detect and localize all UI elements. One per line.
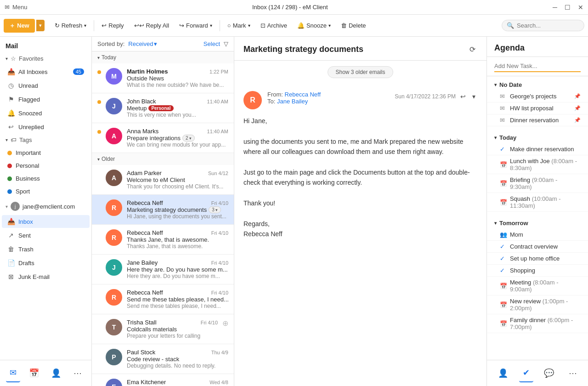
- email-item[interactable]: E Ema Kitchener Wed 4/8 Meeting Thank yo…: [92, 374, 234, 386]
- new-dropdown-button[interactable]: ▾: [36, 20, 45, 31]
- email-item[interactable]: R Rebecca Neff Fri 4/10 Send me these ta…: [92, 284, 234, 314]
- agenda-section-header[interactable]: ▾ Today: [487, 132, 588, 143]
- reply-all-button[interactable]: ↩↩ Reply All: [130, 19, 174, 32]
- archive-button[interactable]: ⊡ Archive: [256, 19, 292, 32]
- email-item[interactable]: P Paul Stock Thu 4/9 Code review - stack…: [92, 344, 234, 374]
- account-email: jane@emclient.com: [23, 203, 75, 210]
- sidebar-item-tag-personal[interactable]: Personal: [2, 159, 90, 172]
- window-controls: ─ ☐ ✕: [553, 4, 583, 11]
- agenda-item[interactable]: ✉ Dinner reservation 📌: [487, 114, 588, 126]
- bottom-nav-mail[interactable]: ✉: [6, 364, 20, 382]
- menu-area[interactable]: ✉ Menu: [5, 4, 28, 11]
- sidebar-item-all-inboxes[interactable]: 📥 All Inboxes 45: [2, 65, 90, 78]
- agenda-section-header[interactable]: ▾ No Date: [487, 79, 588, 91]
- agenda-item-text: Mom: [510, 231, 523, 238]
- filter-icon[interactable]: ▽: [224, 40, 228, 47]
- mark-button[interactable]: ○ Mark ▾: [223, 19, 255, 32]
- email-time: Fri 4/10: [211, 230, 228, 236]
- sidebar-item-unread[interactable]: ◷ Unread: [2, 79, 90, 92]
- agenda-section-header[interactable]: ▾ Tomorrow: [487, 217, 588, 229]
- sidebar-item-unreplied[interactable]: ↩ Unreplied: [2, 120, 90, 133]
- sent-icon: ↗: [7, 232, 15, 239]
- forward-button[interactable]: ↪ Forward ▾: [175, 19, 217, 32]
- agenda-item[interactable]: ✉ George's projects 📌: [487, 91, 588, 102]
- more-options-button[interactable]: ▾: [470, 91, 477, 102]
- sidebar-item-tag-important[interactable]: Important: [2, 147, 90, 159]
- agenda-item[interactable]: ✓ Make dinner reservation: [487, 143, 588, 155]
- email-item[interactable]: T Trisha Stall Fri 4/10 Coldcalls materi…: [92, 314, 234, 344]
- show-older-button[interactable]: Show 3 older emails: [328, 66, 393, 78]
- reply-quick-button[interactable]: ↩: [458, 91, 468, 102]
- email-item[interactable]: J John Black 11:40 AM Meetup Personal Th…: [92, 93, 234, 123]
- from-link[interactable]: Rebecca Neff: [285, 91, 321, 98]
- agenda-item[interactable]: 📅 Squash (10:00am - 11:30am): [487, 193, 588, 212]
- agenda-item[interactable]: 👥 Mom: [487, 229, 588, 241]
- search-box[interactable]: 🔍: [502, 20, 584, 31]
- snooze-button[interactable]: 🔔 Snooze ▾: [293, 19, 335, 32]
- count-badge: 2 ▾: [182, 135, 195, 142]
- email-avatar: R: [106, 199, 122, 216]
- bottom-nav-contacts[interactable]: 👤: [47, 364, 65, 382]
- agenda-item[interactable]: ✉ HW list proposal 📌: [487, 102, 588, 114]
- email-item[interactable]: J Jane Bailey Fri 4/10 Here they are. Do…: [92, 255, 234, 284]
- email-options-button[interactable]: ⟳: [468, 43, 477, 56]
- sidebar-item-drafts[interactable]: 📄 Drafts: [2, 256, 90, 269]
- minimize-button[interactable]: ─: [553, 4, 557, 11]
- maximize-button[interactable]: ☐: [565, 4, 571, 11]
- agenda-item[interactable]: 📅 Family dinner (6:00pm - 7:00pm): [487, 314, 588, 333]
- sidebar-item-flagged[interactable]: ⚑ Flagged: [2, 93, 90, 106]
- email-item[interactable]: A Anna Marks 11:40 AM Prepare integratio…: [92, 123, 234, 153]
- email-time: Wed 4/8: [209, 380, 228, 385]
- all-inboxes-badge: 45: [73, 68, 84, 75]
- close-button[interactable]: ✕: [578, 4, 583, 11]
- agenda-item[interactable]: ✓ Contract overview: [487, 241, 588, 253]
- sidebar-item-tag-sport[interactable]: Sport: [2, 185, 90, 198]
- menu-label[interactable]: Menu: [12, 4, 28, 11]
- agenda-item[interactable]: 📅 Lunch with Joe (8:00am - 8:30am): [487, 155, 588, 174]
- sort-value-button[interactable]: Received ▾: [128, 40, 157, 47]
- refresh-button[interactable]: ↻ Refresh ▾: [50, 19, 91, 32]
- bottom-nav-calendar[interactable]: 📅: [25, 364, 43, 382]
- agenda-bottom-more[interactable]: ⋯: [565, 364, 581, 382]
- agenda-item-text: Shopping: [510, 267, 535, 274]
- tags-label: Tags: [19, 136, 32, 143]
- add-task-input[interactable]: [494, 61, 581, 72]
- agenda-item[interactable]: ✓ Set up home office: [487, 253, 588, 265]
- sidebar-item-trash[interactable]: 🗑 Trash: [2, 243, 90, 255]
- bottom-nav-more[interactable]: ⋯: [70, 364, 85, 382]
- favorites-group[interactable]: ▾ ☆ Favorites: [0, 52, 91, 65]
- pin-icon: 📌: [574, 105, 581, 111]
- new-button[interactable]: ＋ New: [4, 19, 35, 33]
- agenda-bottom-chat[interactable]: 💬: [540, 364, 558, 382]
- to-link[interactable]: Jane Bailey: [277, 98, 308, 105]
- account-chevron[interactable]: ▾: [6, 204, 8, 209]
- email-item[interactable]: M Martin Holmes 1:22 PM Outside News Wha…: [92, 63, 234, 93]
- agenda-bottom-check[interactable]: ✔: [519, 364, 533, 382]
- delete-button[interactable]: 🗑 Delete: [336, 19, 371, 32]
- sidebar-item-tag-business[interactable]: Business: [2, 172, 90, 185]
- tags-group[interactable]: ▾ 🏷 Tags: [0, 134, 91, 146]
- agenda-bottom-contacts[interactable]: 👤: [494, 364, 512, 382]
- sidebar-item-junk[interactable]: ⊠ Junk E-mail: [2, 270, 90, 283]
- select-button[interactable]: Select: [204, 40, 220, 47]
- reply-button[interactable]: ↩ Reply: [97, 19, 128, 32]
- search-input[interactable]: [517, 22, 579, 29]
- agenda-section: ▾ Tomorrow 👥 Mom ✓ Contract overview ✓ S…: [487, 215, 588, 336]
- add-to-calendar-icon[interactable]: ⊕: [222, 319, 228, 328]
- tags-chevron: ▾: [6, 137, 8, 142]
- new-label: New: [17, 22, 29, 29]
- email-avatar: R: [106, 289, 122, 306]
- email-date: Sun 4/17/2022 12:36 PM ↩ ▾: [395, 91, 477, 102]
- email-subject: Here they are. Do you have some m...: [127, 266, 228, 273]
- email-item[interactable]: A Adam Parker Sun 4/12 Welcome to eM Cli…: [92, 165, 234, 195]
- agenda-item[interactable]: 📅 New review (1:00pm - 2:00pm): [487, 295, 588, 314]
- agenda-item[interactable]: 📅 Meeting (8:00am - 9:00am): [487, 277, 588, 295]
- sidebar-item-snoozed[interactable]: 🔔 Snoozed: [2, 107, 90, 119]
- sidebar-item-inbox[interactable]: 📥 Inbox: [2, 215, 90, 228]
- agenda-item[interactable]: 📅 Briefing (9:00am - 9:30am): [487, 174, 588, 193]
- email-item[interactable]: R Rebecca Neff Fri 4/10 Marketing strate…: [92, 195, 234, 225]
- agenda-item[interactable]: ✓ Shopping: [487, 265, 588, 277]
- sort-label: Sorted by:: [97, 40, 124, 47]
- email-item[interactable]: R Rebecca Neff Fri 4/10 Thanks Jane, tha…: [92, 225, 234, 255]
- sidebar-item-sent[interactable]: ↗ Sent: [2, 229, 90, 242]
